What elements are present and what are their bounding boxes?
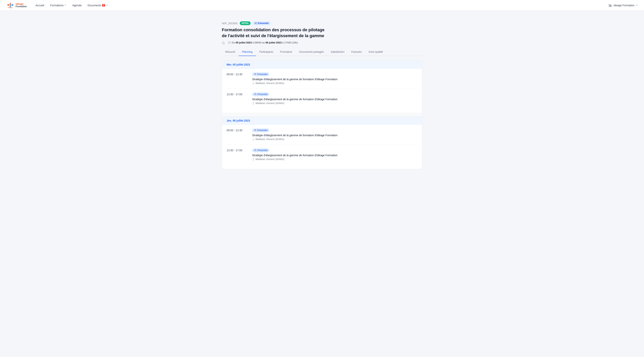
session-trainer: Meillarec Vincent (3h30m) — [252, 138, 418, 141]
svg-point-15 — [256, 23, 256, 23]
svg-point-26 — [255, 94, 256, 94]
svg-point-30 — [255, 130, 256, 130]
session-details: Présentiel Stratégie d'élargissement de … — [252, 92, 418, 105]
session-time: 13:30 - 17:00 — [226, 148, 248, 152]
day-header-1: Mer. 05 juillet 2023 — [222, 61, 422, 69]
svg-rect-13 — [611, 6, 611, 6]
date-text: Du 05 juillet 2023 à 09h00 au 06 juillet… — [232, 41, 298, 44]
badge-presentiel: Présentiel — [252, 21, 270, 25]
page-header: ADF_2023301 INTRA Présentiel Formation c… — [222, 17, 422, 56]
calendar-icon — [228, 41, 231, 44]
svg-text:Idéage: Idéage — [8, 7, 12, 9]
planning-card: Mer. 05 juillet 2023 09:00 - 12:30 — [222, 61, 422, 169]
session-people-icon — [254, 93, 256, 95]
nav-accueil[interactable]: Accueil — [33, 2, 47, 9]
tab-factures[interactable]: Factures — [348, 48, 365, 56]
tabs: Résumé Planning Participants Formateur D… — [222, 48, 422, 56]
svg-rect-8 — [609, 5, 610, 5]
nav-formations[interactable]: Formations ▼ — [48, 2, 69, 9]
svg-point-22 — [255, 74, 256, 74]
nav-links: Accueil Formations ▼ Agenda Documents 2 … — [33, 2, 111, 9]
location-item — [222, 41, 225, 44]
session-trainer: Meillarec Vincent (3h30m) — [252, 158, 418, 161]
svg-marker-1 — [12, 4, 14, 6]
home-icon — [222, 41, 225, 44]
tab-suivi-qualite[interactable]: Suivi qualité — [365, 48, 386, 56]
session-time: 09:00 - 12:30 — [226, 72, 248, 76]
svg-point-25 — [254, 94, 255, 94]
trainer-icon — [252, 102, 254, 104]
tab-resume[interactable]: Résumé — [222, 48, 238, 56]
svg-rect-17 — [228, 42, 230, 44]
session-time: 09:00 - 12:30 — [226, 128, 248, 132]
session-badge: Présentiel — [252, 148, 269, 152]
session-badge: Présentiel — [252, 72, 269, 76]
session-trainer-text: Meillarec Vincent (3h30m) — [256, 138, 284, 141]
tab-participants[interactable]: Participants — [256, 48, 277, 56]
svg-point-32 — [253, 138, 254, 138]
tab-satisfaction[interactable]: Satisfaction — [327, 48, 348, 56]
session-trainer-text: Meillarec Vincent (3h30m) — [256, 82, 284, 85]
session-item: 13:30 - 17:00 Présentiel — [226, 89, 418, 108]
day-header-text-1: Mer. 05 juillet 2023 — [226, 63, 250, 66]
planning-wrapper: Mer. 05 juillet 2023 09:00 - 12:30 — [222, 61, 422, 169]
nav-agenda[interactable]: Agenda — [70, 2, 84, 9]
session-badge: Présentiel — [252, 92, 269, 96]
nav-documents[interactable]: Documents 2 ▼ — [85, 2, 111, 9]
logo[interactable]: Idéage Idéage Formation — [6, 1, 27, 10]
navbar-account[interactable]: Ideage Formation ▼ — [608, 4, 638, 7]
svg-point-4 — [10, 5, 11, 6]
main-content: ADF_2023301 INTRA Présentiel Formation c… — [217, 11, 427, 175]
session-time: 13:30 - 17:00 — [226, 92, 248, 96]
svg-point-21 — [254, 74, 255, 74]
svg-rect-9 — [610, 5, 610, 5]
day2-sessions: 09:00 - 12:30 Présentiel — [222, 125, 422, 169]
badge-presentiel-label: Présentiel — [258, 22, 269, 25]
date-item: Du 05 juillet 2023 à 09h00 au 06 juillet… — [228, 41, 298, 44]
header-meta: ADF_2023301 INTRA Présentiel — [222, 21, 422, 25]
day-block-2: Jeu. 06 juillet 2023 09:00 - 12:30 — [222, 117, 422, 169]
navbar-left: Idéage Idéage Formation Accueil Formatio… — [6, 1, 111, 10]
page-ref: ADF_2023301 — [222, 22, 238, 25]
svg-rect-11 — [610, 5, 610, 6]
account-chevron-icon: ▼ — [636, 4, 638, 6]
svg-point-28 — [253, 102, 254, 102]
session-people-icon — [254, 129, 256, 131]
day-block-1: Mer. 05 juillet 2023 09:00 - 12:30 — [222, 61, 422, 113]
tab-formateur[interactable]: Formateur — [277, 48, 296, 56]
session-badge-label: Présentiel — [257, 149, 267, 152]
building-icon — [608, 4, 612, 7]
tab-planning[interactable]: Planning — [238, 48, 256, 56]
page-title-line2: de l'activité et suivi de l'élargissemen… — [222, 33, 324, 38]
badge-intra: INTRA — [240, 21, 250, 25]
tab-documents-partages[interactable]: Documents partagés — [296, 48, 327, 56]
svg-marker-0 — [7, 4, 9, 6]
session-title: Stratégie d'élargissement de la gamme de… — [252, 134, 418, 137]
session-item: 13:30 - 17:00 Présentiel — [226, 145, 418, 164]
svg-point-29 — [254, 130, 255, 130]
nav-documents-label: Documents — [88, 4, 101, 7]
logo-icon: Idéage — [6, 1, 14, 10]
logo-text-bottom: Formation — [16, 5, 27, 8]
session-trainer-text: Meillarec Vincent (3h30m) — [256, 102, 284, 105]
session-title: Stratégie d'élargissement de la gamme de… — [252, 78, 418, 81]
svg-rect-16 — [223, 43, 224, 44]
nav-accueil-label: Accueil — [36, 4, 44, 7]
session-title: Stratégie d'élargissement de la gamme de… — [252, 154, 418, 157]
svg-point-33 — [254, 150, 255, 150]
session-badge: Présentiel — [252, 128, 269, 132]
formations-chevron-icon: ▼ — [64, 4, 66, 6]
nav-agenda-label: Agenda — [72, 4, 82, 7]
day-header-text-2: Jeu. 06 juillet 2023 — [226, 119, 250, 122]
session-title: Stratégie d'élargissement de la gamme de… — [252, 98, 418, 101]
session-badge-label: Présentiel — [257, 93, 267, 96]
session-people-icon — [254, 73, 256, 76]
session-details: Présentiel Stratégie d'élargissement de … — [252, 72, 418, 85]
svg-point-14 — [255, 23, 256, 23]
svg-rect-12 — [611, 5, 611, 6]
session-item: 09:00 - 12:30 Présentiel — [226, 69, 418, 89]
trainer-icon — [252, 82, 254, 84]
navbar: Idéage Idéage Formation Accueil Formatio… — [0, 0, 644, 11]
trainer-icon — [252, 138, 254, 140]
svg-point-36 — [253, 158, 254, 158]
